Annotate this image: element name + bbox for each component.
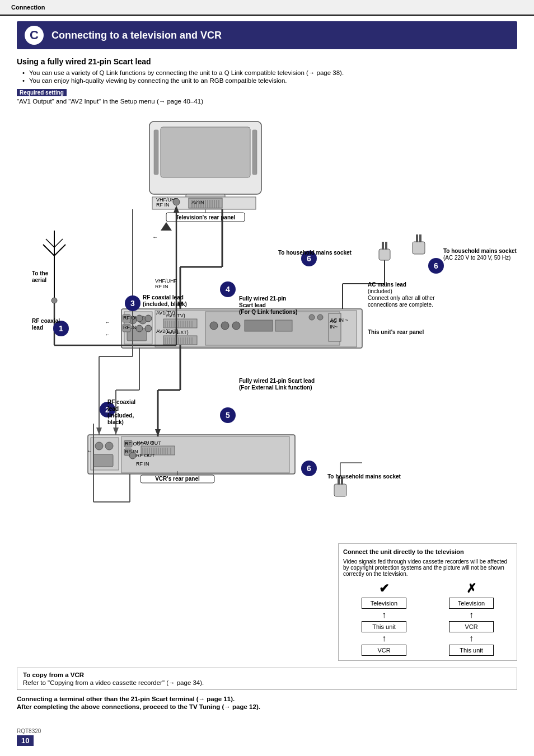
svg-text:AV2(EXT): AV2(EXT) xyxy=(156,328,179,334)
svg-text:connections are complete.: connections are complete. xyxy=(368,302,433,308)
svg-point-69 xyxy=(145,315,152,322)
svg-text:(included): (included) xyxy=(368,288,392,294)
svg-text:Connect only after all other: Connect only after all other xyxy=(368,295,435,301)
svg-point-73 xyxy=(210,322,218,330)
svg-text:Scart lead: Scart lead xyxy=(239,302,266,308)
svg-rect-77 xyxy=(275,320,292,331)
bullet-item-2: You can enjoy high-quality viewing by co… xyxy=(22,77,517,84)
svg-rect-1 xyxy=(161,127,250,177)
svg-point-70 xyxy=(136,325,143,332)
svg-rect-147 xyxy=(379,249,390,260)
svg-text:lead: lead xyxy=(107,406,119,412)
television-box-wrong: Television xyxy=(449,598,494,609)
svg-text:RF coaxial: RF coaxial xyxy=(107,399,135,405)
rqt-code: RQT8320 xyxy=(17,728,534,734)
svg-text:6: 6 xyxy=(307,464,311,473)
svg-text:(included,: (included, xyxy=(107,412,134,419)
footer-notes: Connecting a terminal other than the 21-… xyxy=(17,696,517,710)
header-section: Connection xyxy=(11,4,45,11)
connection-diagram-svg: .diag-text { font-family: Arial, Helveti… xyxy=(17,110,517,536)
svg-point-81 xyxy=(309,314,315,320)
svg-text:RF IN: RF IN xyxy=(136,461,149,467)
svg-text:lead: lead xyxy=(32,325,43,331)
diagram-area: .diag-text { font-family: Arial, Helveti… xyxy=(17,110,517,536)
connection-grid: ✔ Television ↑ This unit ↑ VCR ✗ Televis… xyxy=(343,581,512,656)
this-unit-box-1: This unit xyxy=(362,621,406,632)
svg-point-86 xyxy=(95,442,103,450)
page-header: Connection xyxy=(0,0,534,16)
svg-text:aerial: aerial xyxy=(32,277,46,283)
up-arrow-3: ↑ xyxy=(469,611,474,619)
svg-rect-153 xyxy=(334,484,346,496)
svg-text:Fully wired 21-pin: Fully wired 21-pin xyxy=(239,295,286,302)
svg-rect-5 xyxy=(252,130,257,175)
cross-mark: ✗ xyxy=(466,581,476,596)
svg-text:RF IN: RF IN xyxy=(155,284,168,289)
svg-rect-150 xyxy=(413,242,425,254)
connect-desc: Video signals fed through video cassette… xyxy=(343,558,512,577)
svg-text:To household mains socket: To household mains socket xyxy=(443,248,517,254)
svg-text:IN~: IN~ xyxy=(330,324,338,330)
svg-marker-130 xyxy=(96,428,102,435)
svg-point-87 xyxy=(105,442,113,450)
copy-vcr-title: To copy from a VCR xyxy=(23,672,511,678)
svg-text:4: 4 xyxy=(226,285,230,294)
svg-rect-88 xyxy=(93,454,113,467)
svg-text:To household mains socket: To household mains socket xyxy=(327,473,401,480)
svg-rect-148 xyxy=(382,242,384,250)
svg-rect-4 xyxy=(154,130,158,175)
svg-point-74 xyxy=(221,322,229,330)
footer-note-1: Connecting a terminal other than the 21-… xyxy=(17,696,517,702)
connect-info-panel: Connect the unit directly to the televis… xyxy=(338,541,517,661)
svg-text:To household mains socket: To household mains socket xyxy=(278,250,352,256)
svg-marker-140 xyxy=(113,428,119,435)
svg-text:RF OUT: RF OUT xyxy=(136,453,155,458)
svg-rect-76 xyxy=(245,320,273,331)
page-number: 10 xyxy=(17,735,34,746)
up-arrow-2: ↑ xyxy=(382,634,386,643)
svg-text:←: ← xyxy=(105,319,110,325)
subsection-title: Using a fully wired 21-pin Scart lead xyxy=(17,57,517,66)
connection-diagram-box: Connect the unit directly to the televis… xyxy=(338,543,517,661)
svg-text:1: 1 xyxy=(59,324,63,333)
svg-text:(AC 220 V to 240 V, 50 Hz): (AC 220 V to 240 V, 50 Hz) xyxy=(443,255,510,261)
bottom-info-section: Connect the unit directly to the televis… xyxy=(17,541,517,661)
this-unit-box-2: This unit xyxy=(449,645,494,656)
section-title-text: Connecting to a television and VCR xyxy=(51,30,222,41)
svg-marker-131 xyxy=(161,222,172,231)
svg-text:AV OUT: AV OUT xyxy=(136,440,154,445)
svg-text:6: 6 xyxy=(434,261,438,270)
svg-text:Fully wired 21-pin Scart lead: Fully wired 21-pin Scart lead xyxy=(239,378,315,384)
svg-text:←: ← xyxy=(152,234,158,240)
svg-text:VHF/UHF: VHF/UHF xyxy=(155,278,177,284)
svg-text:(included, black): (included, black) xyxy=(143,301,187,307)
svg-text:AC mains lead: AC mains lead xyxy=(368,281,406,288)
required-setting-block: Required setting "AV1 Output" and "AV2 I… xyxy=(17,88,517,105)
up-arrow-1: ↑ xyxy=(382,611,386,619)
svg-text:←: ← xyxy=(87,448,92,454)
section-letter: C xyxy=(25,26,44,45)
svg-text:(For Q Link functions): (For Q Link functions) xyxy=(239,309,297,315)
svg-text:RF IN: RF IN xyxy=(156,202,170,208)
connect-title: Connect the unit directly to the televis… xyxy=(343,548,512,555)
vcr-box-1: VCR xyxy=(362,645,406,656)
correct-column: ✔ Television ↑ This unit ↑ VCR xyxy=(343,581,425,656)
svg-text:RF IN: RF IN xyxy=(123,325,137,330)
section-title-bar: C Connecting to a television and VCR xyxy=(17,21,517,49)
svg-point-118 xyxy=(51,298,57,303)
vcr-box-2: VCR xyxy=(449,621,494,632)
svg-text:AV1(TV): AV1(TV) xyxy=(156,310,175,316)
bullet-list: You can use a variety of Q Link function… xyxy=(22,69,517,84)
required-setting-label: Required setting xyxy=(17,89,67,96)
svg-text:Television's rear panel: Television's rear panel xyxy=(176,214,236,220)
svg-rect-151 xyxy=(416,234,418,242)
svg-text:(For External Link function): (For External Link function) xyxy=(239,384,312,391)
svg-point-71 xyxy=(145,325,152,332)
svg-text:3: 3 xyxy=(130,299,135,308)
svg-point-109 xyxy=(129,452,136,459)
television-box-correct: Television xyxy=(362,598,406,609)
svg-text:←: ← xyxy=(105,331,110,337)
svg-text:VCR's rear panel: VCR's rear panel xyxy=(155,476,200,482)
svg-point-75 xyxy=(232,322,240,330)
required-setting-text: "AV1 Output" and "AV2 Input" in the Setu… xyxy=(17,98,517,105)
